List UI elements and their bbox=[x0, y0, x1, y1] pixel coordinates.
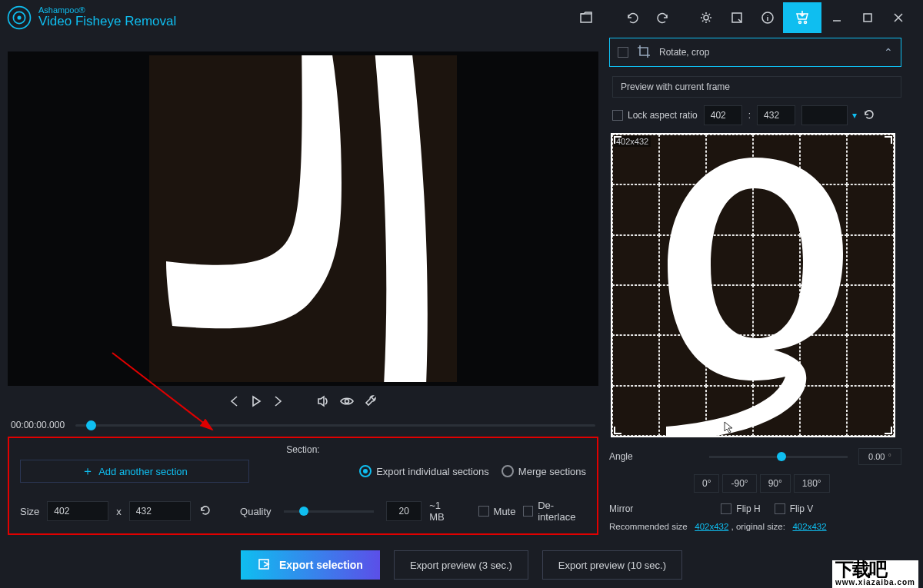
rec-label: Recommended size bbox=[609, 522, 688, 531]
lock-aspect-label: Lock aspect ratio bbox=[628, 110, 698, 121]
add-section-button[interactable]: ＋ Add another section bbox=[20, 460, 249, 483]
section-title: Section: bbox=[20, 444, 586, 455]
radio-dot-icon bbox=[359, 465, 372, 477]
watermark-url: www.xiazaiba.com bbox=[835, 579, 915, 586]
export-preview-3s-button[interactable]: Export preview (3 sec.) bbox=[394, 550, 528, 580]
angle-value[interactable]: 0.00° bbox=[858, 448, 901, 465]
deg-90-button[interactable]: 90° bbox=[760, 474, 791, 493]
info-icon[interactable] bbox=[752, 2, 783, 33]
svg-rect-9 bbox=[864, 14, 871, 22]
accordion-title: Rotate, crop bbox=[659, 47, 709, 58]
svg-point-8 bbox=[805, 21, 807, 23]
flip-v-label: Flip V bbox=[790, 503, 814, 514]
radio-merge-sections[interactable]: Merge sections bbox=[501, 465, 586, 477]
settings-icon[interactable] bbox=[691, 2, 721, 33]
timeline-thumb[interactable] bbox=[86, 420, 96, 430]
quality-slider[interactable] bbox=[284, 510, 375, 513]
video-frame bbox=[149, 55, 457, 382]
angle-presets: 0° -90° 90° 180° bbox=[694, 474, 901, 493]
redo-icon[interactable] bbox=[648, 2, 678, 33]
aspect-height-input[interactable] bbox=[757, 105, 795, 125]
open-file-icon[interactable] bbox=[571, 2, 601, 33]
aspect-dropdown-icon[interactable]: ▾ bbox=[852, 110, 857, 121]
cart-button[interactable] bbox=[783, 2, 821, 33]
add-section-label: Add another section bbox=[98, 466, 188, 477]
angle-thumb[interactable] bbox=[777, 452, 786, 461]
volume-icon[interactable] bbox=[316, 394, 330, 408]
eye-icon[interactable] bbox=[339, 395, 355, 407]
mirror-label: Mirror bbox=[609, 503, 633, 514]
footer: Export selection Export preview (3 sec.)… bbox=[0, 542, 923, 588]
deg-0-button[interactable]: 0° bbox=[694, 474, 719, 493]
maximize-button[interactable] bbox=[852, 2, 883, 33]
recommended-size-row: Recommended size 402x432 , original size… bbox=[609, 522, 901, 531]
quality-value-input[interactable] bbox=[386, 501, 422, 521]
quality-thumb[interactable] bbox=[299, 507, 308, 516]
aspect-width-input[interactable] bbox=[704, 105, 742, 125]
orig-label: , original size: bbox=[731, 522, 785, 531]
crop-handle-tr[interactable] bbox=[885, 136, 892, 144]
section-panel: Section: ＋ Add another section Export in… bbox=[8, 437, 598, 535]
video-preview bbox=[8, 51, 598, 386]
flip-h-label: Flip H bbox=[736, 503, 760, 514]
prev-frame-icon[interactable] bbox=[228, 395, 241, 407]
export-selection-button[interactable]: Export selection bbox=[241, 550, 380, 580]
left-panel: 00:00:00.000 Section: ＋ Add another sect… bbox=[0, 35, 606, 542]
timeline-track[interactable] bbox=[75, 424, 595, 427]
aspect-sep: : bbox=[748, 110, 751, 121]
crop-handle-br[interactable] bbox=[885, 427, 892, 434]
accordion-rotate-crop[interactable]: Rotate, crop ⌃ bbox=[609, 38, 901, 67]
aspect-preset-select[interactable] bbox=[801, 105, 848, 125]
export-preview-10s-button[interactable]: Export preview (10 sec.) bbox=[542, 550, 682, 580]
mute-label: Mute bbox=[494, 506, 516, 517]
crop-preview[interactable]: 402x432 bbox=[611, 133, 895, 437]
size-x: x bbox=[116, 506, 122, 517]
quality-label: Quality bbox=[240, 506, 271, 517]
checkbox-icon bbox=[612, 110, 623, 121]
svg-rect-3 bbox=[581, 14, 591, 22]
right-panel: Rotate, crop ⌃ Preview with current fram… bbox=[606, 35, 912, 542]
reset-size-icon[interactable] bbox=[198, 503, 212, 520]
watermark-text: 下载吧 bbox=[835, 560, 915, 579]
notes-icon[interactable] bbox=[721, 2, 752, 33]
reset-aspect-icon[interactable] bbox=[863, 108, 875, 123]
plus-icon: ＋ bbox=[82, 463, 94, 480]
size-label: Size bbox=[20, 506, 39, 517]
playback-controls bbox=[8, 386, 598, 417]
play-icon[interactable] bbox=[250, 395, 262, 407]
flip-h-checkbox[interactable]: Flip H bbox=[721, 503, 760, 514]
size-height-input[interactable] bbox=[129, 501, 191, 521]
radio-dot-icon bbox=[501, 465, 514, 477]
deinterlace-checkbox[interactable]: De-interlace bbox=[523, 500, 586, 523]
next-frame-icon[interactable] bbox=[272, 395, 284, 407]
crop-icon bbox=[636, 44, 651, 61]
tools-icon[interactable] bbox=[364, 394, 378, 408]
lock-aspect-checkbox[interactable]: Lock aspect ratio bbox=[612, 110, 698, 121]
angle-slider[interactable] bbox=[709, 456, 848, 458]
preview-frame-button[interactable]: Preview with current frame bbox=[612, 76, 901, 98]
deg-minus90-button[interactable]: -90° bbox=[722, 474, 756, 493]
checkbox-icon bbox=[775, 503, 785, 514]
deg-180-button[interactable]: 180° bbox=[794, 474, 830, 493]
cursor-icon bbox=[723, 420, 735, 433]
brand-text: Ashampoo® Video Fisheye Removal bbox=[38, 6, 176, 28]
checkbox-icon bbox=[523, 506, 533, 517]
angle-label: Angle bbox=[609, 451, 633, 462]
crop-handle-bl[interactable] bbox=[614, 427, 621, 434]
minimize-button[interactable] bbox=[821, 2, 852, 33]
undo-icon[interactable] bbox=[617, 2, 648, 33]
orig-size-link[interactable]: 402x432 bbox=[792, 522, 826, 531]
close-button[interactable] bbox=[883, 2, 914, 33]
export-selection-label: Export selection bbox=[279, 559, 363, 571]
rec-size-link[interactable]: 402x432 bbox=[695, 522, 728, 531]
crop-handle-tl[interactable] bbox=[614, 136, 621, 144]
timeline: 00:00:00.000 bbox=[8, 417, 598, 435]
flip-v-checkbox[interactable]: Flip V bbox=[775, 503, 814, 514]
radio-export-individual[interactable]: Export individual sections bbox=[359, 465, 489, 477]
mute-checkbox[interactable]: Mute bbox=[478, 506, 516, 517]
watermark: 下载吧 www.xiazaiba.com bbox=[832, 560, 918, 588]
size-width-input[interactable] bbox=[47, 501, 108, 521]
chevron-up-icon: ⌃ bbox=[884, 46, 893, 58]
svg-rect-13 bbox=[259, 560, 268, 569]
svg-point-7 bbox=[799, 21, 801, 23]
